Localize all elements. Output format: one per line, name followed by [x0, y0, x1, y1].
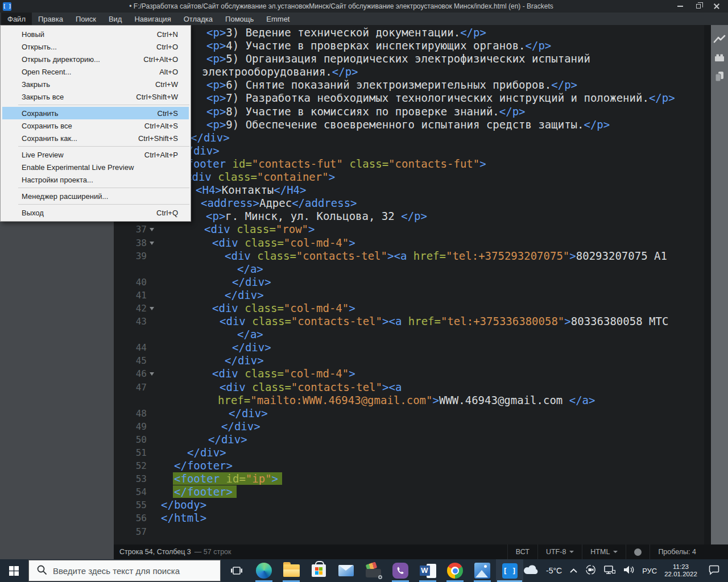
menu-emmet[interactable]: Emmet [260, 13, 296, 25]
menu-item-2[interactable]: Поиск [69, 13, 102, 25]
code-line[interactable]: 52</footer> [114, 459, 704, 472]
restore-icon[interactable] [689, 0, 708, 13]
fold-arrow-icon[interactable] [150, 307, 154, 310]
menu-item-сохранить[interactable]: СохранитьCtrl+S [2, 107, 189, 119]
code-line[interactable]: электрооборудования.</p> [114, 65, 704, 78]
menu-item-3[interactable]: Вид [102, 13, 129, 25]
menu-item-закрыть-все[interactable]: Закрыть всеCtrl+Shift+W [1, 90, 191, 103]
menu-item-4[interactable]: Навигация [128, 13, 177, 25]
menu-item-сохранить-как-[interactable]: Сохранить как...Ctrl+Shift+S [1, 132, 191, 144]
menu-item-6[interactable]: Помощь [219, 13, 260, 25]
meet-now-icon[interactable] [585, 564, 596, 577]
menu-item-enable-experimental-live-preview[interactable]: Enable Experimental Live Preview [1, 161, 191, 173]
search-input[interactable] [53, 566, 220, 576]
code-line[interactable]: 49</div> [114, 420, 704, 433]
code-line[interactable]: 33<div class="container"> [114, 171, 704, 184]
taskbar-brackets-icon[interactable] [496, 559, 523, 582]
taskbar-search[interactable] [28, 560, 221, 581]
taskbar-photos-icon[interactable] [469, 559, 496, 582]
live-preview-icon[interactable] [713, 34, 726, 44]
taskbar-viber-icon[interactable] [387, 559, 414, 582]
lint-status[interactable] [626, 544, 650, 559]
code-line[interactable]: 39<div class="contacts-tel"><a href="tel… [114, 250, 704, 263]
editor-scrollbar[interactable] [704, 25, 711, 544]
menu-item-открыть-[interactable]: Открыть...Ctrl+O [1, 40, 191, 53]
start-button[interactable] [0, 559, 27, 582]
code-line[interactable]: href="mailto:WWW.46943@gmail.com">WWW.46… [114, 394, 704, 407]
menu-item-выход[interactable]: ВыходCtrl+Q [1, 206, 191, 219]
fold-arrow-icon[interactable] [150, 372, 154, 376]
menu-item-open-recent-[interactable]: Open Recent...Alt+O [1, 65, 191, 78]
snippets-icon[interactable] [713, 70, 726, 82]
close-icon[interactable] [708, 0, 726, 13]
task-view-icon[interactable] [223, 559, 250, 582]
code-line[interactable]: 28<p>8) Участие в комиссиях по проверке … [114, 105, 704, 118]
encoding-selector[interactable]: UTF-8 [537, 544, 582, 559]
code-line[interactable]: 26<p>6) Снятие показаний электроизмерите… [114, 78, 704, 92]
fold-arrow-icon[interactable] [150, 228, 154, 231]
action-center-icon[interactable] [708, 564, 720, 577]
code-line[interactable]: 46<div class="col-md-4"> [114, 367, 704, 380]
insert-mode-indicator[interactable]: ВСТ [507, 544, 537, 559]
fold-arrow-icon[interactable] [150, 242, 154, 245]
code-line[interactable]: 55</body> [114, 498, 704, 512]
code-editor[interactable]: 23<p>3) Ведение технической документации… [114, 25, 704, 544]
code-line[interactable]: </a> [114, 263, 704, 276]
code-line[interactable]: 23<p>3) Ведение технической документации… [114, 26, 704, 39]
extension-manager-icon[interactable] [713, 52, 726, 63]
clock[interactable]: 11:23 22.01.2022 [664, 563, 697, 579]
indentation-setting[interactable]: Пробелы: 4 [650, 544, 704, 559]
language-selector[interactable]: HTML [582, 544, 626, 559]
code-line[interactable]: 37<div class="row"> [114, 223, 704, 236]
weather-cloud-icon[interactable] [523, 564, 539, 577]
menu-item-0[interactable]: Файл [1, 13, 32, 25]
code-line[interactable]: 53<footer id="ip"> [114, 472, 704, 485]
code-line[interactable]: 50</div> [114, 433, 704, 446]
code-line[interactable]: 47<div class="contacts-tel"><a [114, 381, 704, 394]
code-line[interactable]: 43<div class="contacts-tel"><a href="tel… [114, 315, 704, 328]
code-line[interactable]: 44</div> [114, 341, 704, 354]
menu-item-новый[interactable]: НовыйCtrl+N [1, 28, 191, 40]
language-indicator[interactable]: РУС [642, 567, 657, 575]
taskbar-microsoft-store-icon[interactable] [305, 559, 332, 582]
code-line[interactable]: 40</div> [114, 276, 704, 289]
menu-item-live-preview[interactable]: Live PreviewCtrl+Alt+P [1, 148, 191, 161]
menu-item-сохранить-все[interactable]: Сохранить всеCtrl+Alt+S [1, 119, 191, 132]
chevron-up-icon[interactable] [569, 566, 578, 576]
code-line[interactable]: 38<div class="col-md-4"> [114, 236, 704, 250]
code-line[interactable]: 25<p>5) Организация периодических электр… [114, 52, 704, 65]
temperature-indicator[interactable]: -5°C [546, 566, 562, 575]
menu-item-открыть-директорию-[interactable]: Открыть директорию...Ctrl+Alt+O [1, 53, 191, 65]
code-line[interactable]: 34<H4>Контакты</H4> [114, 184, 704, 197]
network-icon[interactable] [603, 564, 615, 577]
minimize-icon[interactable] [671, 0, 689, 13]
code-line[interactable]: 32<footer id="contacts-fut" class="conta… [114, 157, 704, 171]
code-line[interactable]: 45</div> [114, 354, 704, 367]
code-line[interactable]: 31</div> [114, 144, 704, 157]
code-line[interactable]: 27<p>7) Разработка необходимых технологи… [114, 92, 704, 105]
code-line[interactable]: 35<address>Адрес</address> [114, 197, 704, 210]
code-line[interactable]: 51</div> [114, 446, 704, 459]
code-line[interactable]: 24<p>4) Участие в проверках инспектирующ… [114, 39, 704, 52]
menu-item-закрыть[interactable]: ЗакрытьCtrl+W [1, 78, 191, 90]
code-line[interactable]: 57 [114, 525, 704, 538]
code-line[interactable]: 29<p>9) Обеспечение своевременного испыт… [114, 118, 704, 131]
code-line[interactable]: 54</footer> [114, 485, 704, 498]
taskbar-wallet-icon[interactable] [359, 559, 387, 582]
code-line[interactable]: 56</html> [114, 512, 704, 525]
code-line[interactable]: 48</div> [114, 407, 704, 420]
code-line[interactable]: 36<p>г. Минск, ул. Кольцова, 32 </p> [114, 210, 704, 223]
volume-icon[interactable] [623, 565, 635, 577]
code-line[interactable]: 42<div class="col-md-4"> [114, 302, 704, 315]
code-line[interactable]: 41</div> [114, 289, 704, 302]
taskbar-edge-icon[interactable] [250, 559, 278, 582]
taskbar-file-explorer-icon[interactable] [278, 559, 305, 582]
code-line[interactable]: 30</div> [114, 131, 704, 144]
menu-item-менеджер-расширений-[interactable]: Менеджер расширений... [1, 190, 191, 202]
menu-item-1[interactable]: Правка [32, 13, 69, 25]
code-line[interactable]: </a> [114, 328, 704, 341]
taskbar-word-icon[interactable] [414, 559, 441, 582]
taskbar-mail-icon[interactable] [332, 559, 359, 582]
taskbar-chrome-icon[interactable] [441, 559, 469, 582]
menu-item-5[interactable]: Отладка [177, 13, 219, 25]
